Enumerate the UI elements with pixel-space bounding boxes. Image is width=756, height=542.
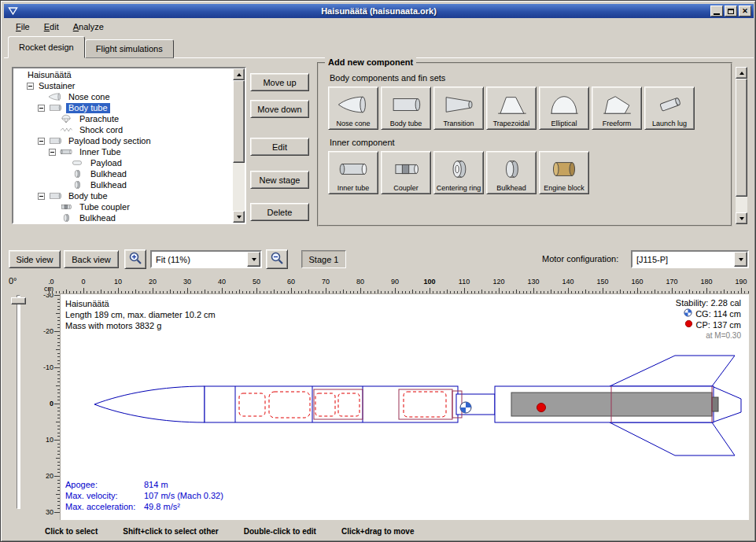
component-button-label: Launch lug — [652, 120, 687, 127]
panel-scrollbar-thumb[interactable] — [736, 79, 747, 197]
stage-1-toggle[interactable]: Stage 1 — [301, 250, 346, 268]
chevron-down-icon[interactable] — [734, 252, 747, 267]
tree-item-bulkhead[interactable]: Bulkhead — [13, 212, 233, 223]
add-launch-lug-button[interactable]: Launch lug — [644, 87, 695, 130]
component-button-label: Nose cone — [336, 120, 370, 127]
tree-scrollbar[interactable] — [233, 68, 245, 223]
add-body-tube-button[interactable]: Body tube — [381, 87, 431, 130]
tree-item-haisunäätä[interactable]: Haisunäätä — [13, 69, 233, 80]
flight-stats: Apogee:814 mMax. velocity:107 m/s (Mach … — [65, 479, 223, 512]
tree-item-parachute[interactable]: Parachute — [13, 113, 233, 124]
delete-button[interactable]: Delete — [250, 203, 309, 221]
statusbar: Click to selectShift+click to select oth… — [4, 523, 754, 539]
tree-item-payload-body-section[interactable]: Payload body section — [13, 135, 233, 146]
tree-item-payload[interactable]: Payload — [13, 157, 233, 168]
tree-collapse-icon[interactable] — [38, 138, 45, 145]
ruler-label: 140 — [562, 278, 573, 286]
ruler-label: 170 — [666, 278, 677, 286]
side-view-button[interactable]: Side view — [9, 250, 61, 268]
minimize-button[interactable] — [710, 6, 723, 17]
maximize-button[interactable] — [725, 6, 737, 17]
add-freeform-button[interactable]: Freeform — [592, 87, 642, 130]
panel-scrollbar-track[interactable] — [736, 79, 747, 212]
scroll-up-button[interactable] — [736, 67, 747, 79]
tree-scrollbar-track[interactable] — [233, 80, 245, 211]
tree-item-body-tube[interactable]: Body tube — [13, 102, 233, 113]
bulkhead-icon — [69, 169, 86, 179]
tree-item-sustainer[interactable]: Sustainer — [13, 80, 233, 91]
tree-item-inner-tube[interactable]: Inner Tube — [13, 146, 233, 157]
flight-stat-label: Apogee: — [65, 479, 144, 490]
add-engine-block-button[interactable]: Engine block — [539, 151, 589, 194]
tree-item-bulkhead[interactable]: Bulkhead — [13, 168, 233, 179]
component-button-label: Elliptical — [551, 120, 577, 127]
add-nose-cone-button[interactable]: Nose cone — [328, 87, 378, 130]
tree-item-nose-cone[interactable]: Nose cone — [13, 91, 233, 102]
component-tree[interactable]: HaisunäätäSustainerNose coneBody tubePar… — [13, 68, 233, 223]
titlebar: Haisunäätä (haisunaata.ork) ✕ — [4, 4, 754, 18]
tree-item-shock-cord[interactable]: Shock cord — [13, 124, 233, 135]
add-bulkhead-button[interactable]: Bulkhead — [486, 151, 537, 194]
tree-collapse-icon[interactable] — [38, 105, 45, 112]
ruler-label: 150 — [596, 278, 608, 286]
tree-item-label: Inner Tube — [77, 147, 124, 157]
add-centering-ring-button[interactable]: Centering ring — [433, 151, 484, 194]
tree-item-bulkhead[interactable]: Bulkhead — [13, 179, 233, 190]
new-stage-button[interactable]: New stage — [250, 171, 309, 189]
tree-item-label: Body tube — [66, 191, 110, 201]
add-transition-button[interactable]: Transition — [433, 87, 484, 130]
rocket-canvas[interactable]: Haisunäätä Length 189 cm, max. diameter … — [60, 293, 749, 520]
menu-item-analyze[interactable]: Analyze — [66, 20, 111, 34]
bodytube-icon — [47, 103, 64, 112]
menu-item-edit[interactable]: Edit — [37, 20, 66, 34]
zoom-in-button[interactable] — [124, 249, 146, 269]
bodytube-icon — [47, 136, 64, 146]
ruler-tick — [464, 288, 465, 293]
freeform-icon — [599, 89, 635, 120]
rotation-slider[interactable] — [17, 295, 20, 509]
ruler-tick — [395, 288, 396, 293]
status-hint-0: Click to select — [45, 527, 98, 536]
app-window: Haisunäätä (haisunaata.ork) ✕ FileEditAn… — [0, 0, 756, 542]
add-coupler-button[interactable]: Coupler — [381, 151, 431, 194]
tab-rocket-design[interactable]: Rocket design — [8, 36, 85, 58]
add-elliptical-button[interactable]: Elliptical — [539, 87, 589, 130]
tree-scrollbar-thumb[interactable] — [233, 80, 245, 163]
ruler-tick — [83, 288, 84, 293]
scroll-down-button[interactable] — [233, 211, 245, 223]
add-trapezoidal-button[interactable]: Trapezoidal — [486, 87, 537, 130]
tab-flight-simulations[interactable]: Flight simulations — [85, 39, 174, 58]
edit-button[interactable]: Edit — [250, 138, 309, 156]
add-inner-tube-button[interactable]: Inner tube — [328, 151, 378, 194]
zoom-select[interactable]: Fit (11%) — [150, 250, 262, 268]
rotation-slider-handle[interactable] — [11, 297, 26, 304]
tree-collapse-icon[interactable] — [49, 149, 56, 156]
bulkhead-icon — [69, 180, 86, 190]
flight-stat-row: Apogee:814 m — [65, 479, 223, 490]
tree-collapse-icon[interactable] — [38, 193, 45, 200]
ruler-label: 0 — [81, 278, 85, 286]
back-view-button[interactable]: Back view — [64, 250, 119, 268]
panel-scrollbar[interactable] — [736, 67, 747, 224]
move-up-button[interactable]: Move up — [250, 73, 309, 91]
chevron-down-icon[interactable] — [247, 252, 260, 267]
window-controls: ✕ — [710, 6, 751, 17]
tree-item-body-tube[interactable]: Body tube — [13, 190, 233, 201]
tree-collapse-icon[interactable] — [27, 83, 34, 90]
menu-item-file[interactable]: File — [9, 20, 37, 34]
flight-stat-row: Max. velocity:107 m/s (Mach 0.32) — [65, 490, 223, 501]
scroll-up-button[interactable] — [233, 68, 245, 80]
ruler-label: 110 — [459, 278, 470, 286]
component-button-label: Transition — [443, 120, 474, 127]
scroll-down-button[interactable] — [736, 212, 747, 224]
close-button[interactable]: ✕ — [739, 6, 751, 17]
innertube-icon — [335, 153, 371, 184]
coupler-icon — [58, 202, 75, 212]
motor-configuration-select[interactable]: [J115-P] — [631, 250, 749, 268]
ruler-tick — [430, 288, 430, 293]
tree-item-tube-coupler[interactable]: Tube coupler — [13, 201, 233, 212]
ruler-tick — [603, 288, 603, 293]
move-down-button[interactable]: Move down — [250, 100, 309, 118]
zoom-out-button[interactable] — [266, 249, 288, 269]
nosecone-icon — [47, 92, 64, 101]
